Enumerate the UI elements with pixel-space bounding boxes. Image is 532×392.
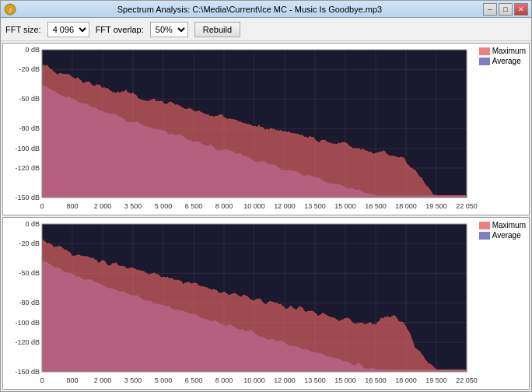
top-maximum-color xyxy=(479,47,490,55)
top-chart-legend: Maximum Average xyxy=(479,47,526,65)
fft-overlap-select[interactable]: 50% 0% 25% 75% xyxy=(150,22,188,37)
maximize-button[interactable]: □ xyxy=(499,3,513,16)
top-maximum-legend: Maximum xyxy=(479,47,526,55)
bottom-chart-legend: Maximum Average xyxy=(479,221,526,240)
top-average-label: Average xyxy=(492,57,521,65)
title-buttons: – □ ✕ xyxy=(483,3,528,16)
window-icon: ♪ xyxy=(4,3,16,16)
bottom-chart: Maximum Average xyxy=(2,217,530,390)
fft-overlap-label: FFT overlap: xyxy=(96,25,144,34)
bottom-average-legend: Average xyxy=(479,231,526,240)
main-window: ♪ Spectrum Analysis: C:\Media\Current\Ic… xyxy=(0,0,532,392)
top-chart-canvas xyxy=(3,44,529,215)
top-average-legend: Average xyxy=(479,57,526,65)
bottom-average-color xyxy=(479,232,490,240)
top-average-color xyxy=(479,58,490,65)
top-chart: Maximum Average xyxy=(2,43,530,215)
svg-text:♪: ♪ xyxy=(9,5,12,14)
top-maximum-label: Maximum xyxy=(492,47,526,55)
fft-size-select[interactable]: 4 096 256 512 1 024 2 048 8 192 xyxy=(47,22,89,37)
rebuild-button[interactable]: Rebuild xyxy=(194,22,240,37)
toolbar: FFT size: 4 096 256 512 1 024 2 048 8 19… xyxy=(1,18,531,41)
charts-container: Maximum Average Maximum Average xyxy=(1,41,531,391)
close-button[interactable]: ✕ xyxy=(514,3,528,16)
bottom-maximum-color xyxy=(479,222,490,229)
bottom-maximum-legend: Maximum xyxy=(479,221,526,229)
bottom-average-label: Average xyxy=(492,231,521,240)
bottom-chart-canvas xyxy=(3,218,529,389)
fft-size-label: FFT size: xyxy=(5,25,41,34)
minimize-button[interactable]: – xyxy=(483,3,497,16)
title-bar: ♪ Spectrum Analysis: C:\Media\Current\Ic… xyxy=(1,1,531,18)
window-title: Spectrum Analysis: C:\Media\Current\Ice … xyxy=(16,5,483,14)
bottom-maximum-label: Maximum xyxy=(492,221,526,229)
